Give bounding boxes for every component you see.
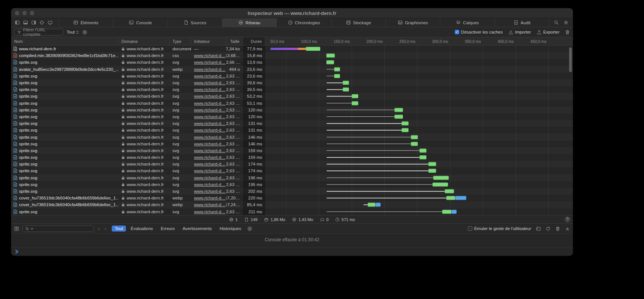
network-request-row[interactable]: sprite.svgwww.richard-dern.frsvgwww.rich… [11, 73, 573, 79]
request-initiator[interactable]: www.richard-d… [191, 107, 226, 113]
dock-left-icon[interactable] [15, 20, 20, 25]
request-type: svg [169, 133, 191, 140]
network-request-row[interactable]: sprite.svgwww.richard-dern.frsvgwww.rich… [11, 147, 573, 154]
network-request-row[interactable]: sprite.svgwww.richard-dern.frsvgwww.rich… [11, 154, 573, 161]
request-initiator[interactable]: www.richard-d… [191, 73, 226, 79]
request-initiator[interactable]: www.richard-d… [191, 174, 226, 181]
network-request-row[interactable]: sprite.svgwww.richard-dern.frsvgwww.rich… [11, 113, 573, 120]
request-initiator[interactable]: www.richard-d… [191, 120, 226, 127]
column-header-size[interactable]: Taille [226, 37, 243, 45]
console-filter-box-icon[interactable] [14, 226, 19, 231]
request-initiator[interactable]: www.richard-d… [191, 141, 226, 147]
request-initiator[interactable]: www.richard-d… [191, 201, 226, 208]
request-initiator[interactable]: www.richard-d… [191, 52, 226, 59]
tab-timelines[interactable]: Chronologies [276, 18, 331, 27]
url-filter-input[interactable]: Filtrer l'URL complète [14, 29, 63, 35]
tab-elements[interactable]: Éléments [58, 18, 113, 27]
request-initiator[interactable]: www.richard-d… [191, 127, 226, 133]
disable-caches-checkbox[interactable]: ✓ Désactiver les caches [455, 30, 503, 34]
zoom-button[interactable] [30, 11, 34, 15]
console-scope-tout[interactable]: Tout [112, 226, 126, 232]
request-initiator[interactable]: www.richard-d… [191, 66, 226, 73]
request-initiator[interactable]: www.richard-d… [191, 167, 226, 174]
network-request-row[interactable]: sprite.svgwww.richard-dern.frsvgwww.rich… [11, 141, 573, 147]
import-button[interactable]: Importer [508, 30, 531, 35]
request-initiator[interactable]: www.richard-d… [191, 147, 226, 154]
request-initiator[interactable]: www.richard-d… [191, 208, 226, 215]
help-button[interactable]: ? [565, 217, 570, 222]
search-icon[interactable] [554, 20, 559, 25]
console-scope-historiques[interactable]: Historiques [217, 226, 244, 232]
request-initiator[interactable]: www.richard-d… [191, 59, 226, 66]
dock-right-icon[interactable] [31, 20, 36, 25]
close-button[interactable] [15, 11, 19, 15]
inspect-element-icon[interactable] [39, 20, 44, 25]
network-request-row[interactable]: sprite.svgwww.richard-dern.frsvgwww.rich… [11, 181, 573, 188]
network-request-row[interactable]: sprite.svgwww.richard-dern.frsvgwww.rich… [11, 59, 573, 66]
tab-storage[interactable]: Stockage [331, 18, 386, 27]
request-initiator[interactable]: www.richard-d… [191, 161, 226, 167]
network-request-row[interactable]: sprite.svgwww.richard-dern.frsvgwww.rich… [11, 133, 573, 140]
tab-audit[interactable]: Audit [495, 18, 549, 27]
column-header-duration[interactable]: Durée [243, 37, 265, 45]
network-request-row[interactable]: sprite.svgwww.richard-dern.frsvgwww.rich… [11, 208, 573, 215]
network-request-row[interactable]: sprite.svgwww.richard-dern.frsvgwww.rich… [11, 100, 573, 107]
tab-sources[interactable]: Sources [168, 18, 222, 27]
console-prompt[interactable] [11, 248, 573, 255]
vertical-scrollbar[interactable] [569, 47, 572, 72]
network-request-row[interactable]: sprite.svgwww.richard-dern.frsvgwww.rich… [11, 93, 573, 100]
clear-history-icon[interactable] [546, 226, 551, 231]
console-search-input[interactable] [22, 226, 94, 232]
network-request-row[interactable]: sprite.svgwww.richard-dern.frsvgwww.rich… [11, 161, 573, 167]
network-request-row[interactable]: sprite.svgwww.richard-dern.frsvgwww.rich… [11, 188, 573, 195]
request-initiator[interactable]: www.richard-d… [191, 188, 226, 195]
device-icon[interactable] [48, 20, 53, 25]
tab-graphics[interactable]: Graphismes [386, 18, 440, 27]
console-forward-button[interactable]: › [104, 226, 107, 231]
network-request-row[interactable]: cover_hu736519dc3b5040cfa48b6b559b6de6ec… [11, 195, 573, 201]
tab-console[interactable]: Console [113, 18, 167, 27]
console-scope-erreurs[interactable]: Erreurs [158, 226, 178, 232]
network-request-row[interactable]: sprite.svgwww.richard-dern.frsvgwww.rich… [11, 107, 573, 113]
tab-layers[interactable]: Calques [440, 18, 494, 27]
minimize-button[interactable] [22, 11, 27, 15]
network-request-row[interactable]: sprite.svgwww.richard-dern.frsvgwww.rich… [11, 167, 573, 174]
collapse-chevrons-icon[interactable] [565, 226, 570, 231]
console-scope-évaluations[interactable]: Évaluations [128, 226, 156, 232]
network-request-row[interactable]: sprite.svgwww.richard-dern.frsvgwww.rich… [11, 174, 573, 181]
request-initiator[interactable]: www.richard-d… [191, 93, 226, 100]
trash-console-icon[interactable] [555, 226, 560, 231]
console-scope-filter-icon[interactable] [247, 226, 252, 231]
export-button[interactable]: Exporter [537, 30, 559, 35]
request-initiator[interactable]: www.richard-d… [191, 86, 226, 93]
network-request-row[interactable]: sprite.svgwww.richard-dern.frsvgwww.rich… [11, 86, 573, 93]
request-initiator[interactable]: www.richard-d… [191, 100, 226, 107]
console-scope-avertissements[interactable]: Avertissements [180, 226, 215, 232]
network-request-row[interactable]: cover_hu736519dc3b5040cfa48b6b559b6de6ec… [11, 201, 573, 208]
emulate-gesture-checkbox[interactable]: Émuler le geste de l'utilisateur [468, 226, 531, 231]
column-header-initiator[interactable]: Initiateur [191, 37, 226, 45]
column-filter-icon[interactable] [82, 30, 87, 35]
request-initiator[interactable]: www.richard-d… [191, 79, 226, 86]
column-header-type[interactable]: Type [169, 37, 191, 45]
network-request-row[interactable]: avatar_hu85ecc3e298728880b0bde2dcc4e5c23… [11, 66, 573, 73]
request-initiator[interactable]: www.richard-d… [191, 195, 226, 201]
console-back-button[interactable]: ‹ [97, 226, 101, 231]
network-request-row[interactable]: sprite.svgwww.richard-dern.frsvgwww.rich… [11, 120, 573, 127]
column-header-domain[interactable]: Domaine [118, 37, 169, 45]
network-request-row[interactable]: www.richard-dern.frwww.richard-dern.frdo… [11, 45, 573, 52]
dock-bottom-icon[interactable] [23, 20, 28, 25]
network-request-row[interactable]: sprite.svgwww.richard-dern.frsvgwww.rich… [11, 79, 573, 86]
tab-network[interactable]: Réseau [222, 18, 276, 27]
request-initiator[interactable]: www.richard-d… [191, 154, 226, 161]
trash-icon[interactable] [565, 30, 570, 35]
console-pane-icon[interactable] [536, 226, 541, 231]
network-request-row[interactable]: sprite.svgwww.richard-dern.frsvgwww.rich… [11, 127, 573, 133]
request-initiator[interactable]: www.richard-d… [191, 113, 226, 120]
gear-icon[interactable] [564, 20, 568, 25]
column-header-name[interactable]: Nom [11, 37, 118, 45]
request-initiator[interactable]: www.richard-d… [191, 181, 226, 188]
type-scope-dropdown[interactable]: Tout [67, 30, 79, 34]
network-request-row[interactable]: compiled.min.38390909f303624ed9e1cf1bd3f… [11, 52, 573, 59]
request-initiator[interactable]: www.richard-d… [191, 133, 226, 140]
